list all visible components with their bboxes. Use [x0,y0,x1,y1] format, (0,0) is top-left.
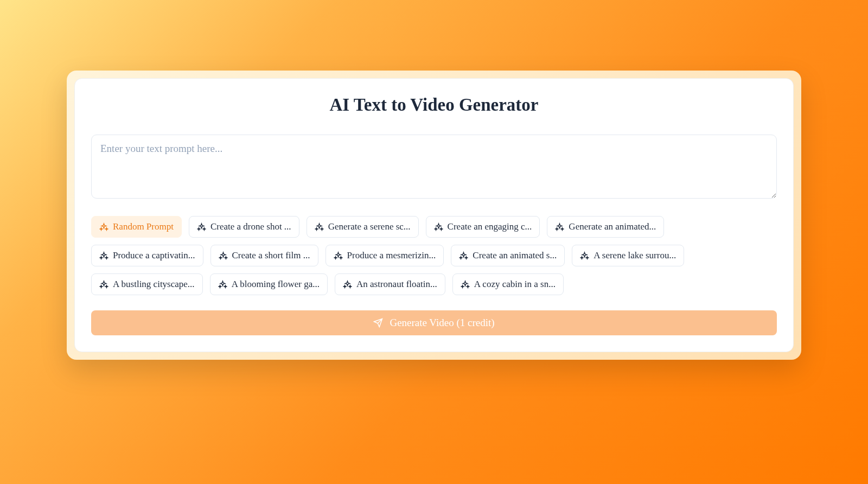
sparkles-icon [555,222,564,232]
generate-label: Generate Video (1 credit) [390,317,494,329]
prompt-input[interactable] [91,135,777,199]
prompt-chip[interactable]: Produce a captivatin... [91,245,203,266]
prompt-chip[interactable]: Generate an animated... [547,216,664,238]
chip-label: An astronaut floatin... [356,279,437,290]
page-title: AI Text to Video Generator [91,95,777,115]
prompt-chip[interactable]: A bustling cityscape... [91,273,203,295]
chip-label: Create a short film ... [232,250,310,261]
prompt-chip[interactable]: Generate a serene sc... [307,216,419,238]
prompt-chip[interactable]: Create an engaging c... [426,216,540,238]
sparkles-icon [434,222,443,232]
sparkles-icon [219,251,228,260]
random-prompt-chip[interactable]: Random Prompt [91,216,182,238]
sparkles-icon [315,222,324,232]
prompt-chips-row: Random Prompt Create a drone shot ... Ge… [91,216,777,295]
prompt-chip[interactable]: A blooming flower ga... [210,273,328,295]
sparkles-icon [459,251,468,260]
sparkles-icon [218,280,227,289]
chip-label: A bustling cityscape... [113,279,195,290]
chip-label: A blooming flower ga... [232,279,320,290]
generator-card: AI Text to Video Generator Random Prompt… [74,78,794,352]
chip-label: Create an animated s... [473,250,557,261]
chip-label: Generate a serene sc... [328,221,411,232]
sparkles-icon [334,251,343,260]
chip-label: Create a drone shot ... [210,221,291,232]
chip-label: Random Prompt [113,221,174,232]
sparkles-icon [99,222,108,232]
send-icon [373,318,383,328]
prompt-chip[interactable]: Produce a mesmerizin... [326,245,444,266]
prompt-chip[interactable]: Create a short film ... [210,245,318,266]
prompt-chip[interactable]: A cozy cabin in a sn... [452,273,564,295]
sparkles-icon [343,280,352,289]
chip-label: Produce a captivatin... [113,250,195,261]
chip-label: A serene lake surrou... [593,250,676,261]
generate-video-button[interactable]: Generate Video (1 credit) [91,310,777,335]
chip-label: Create an engaging c... [448,221,532,232]
prompt-chip[interactable]: Create a drone shot ... [189,216,299,238]
outer-card: AI Text to Video Generator Random Prompt… [67,71,801,360]
chip-label: Produce a mesmerizin... [347,250,436,261]
sparkles-icon [99,251,108,260]
sparkles-icon [580,251,589,260]
chip-label: Generate an animated... [569,221,656,232]
sparkles-icon [99,280,108,289]
sparkles-icon [197,222,206,232]
prompt-chip[interactable]: An astronaut floatin... [335,273,445,295]
prompt-chip[interactable]: A serene lake surrou... [572,245,684,266]
chip-label: A cozy cabin in a sn... [474,279,556,290]
prompt-chip[interactable]: Create an animated s... [451,245,565,266]
sparkles-icon [461,280,470,289]
